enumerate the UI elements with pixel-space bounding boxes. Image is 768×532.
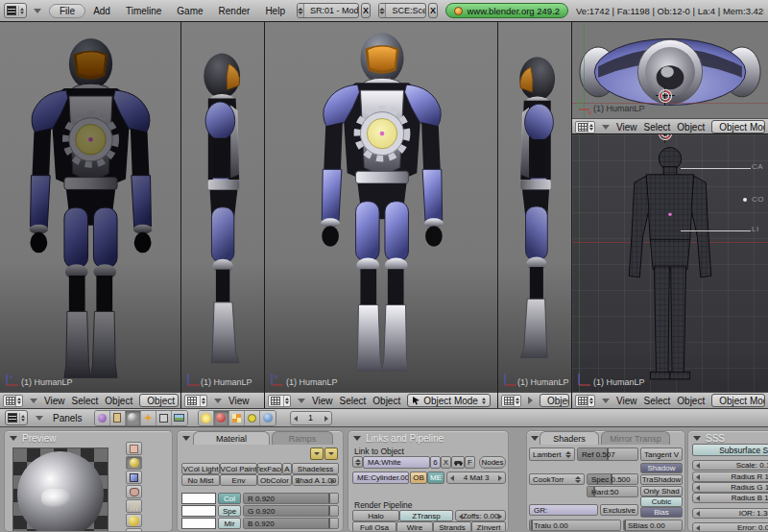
viewport-side-right[interactable]: (1) HumanLP Object Mode xyxy=(498,22,572,408)
menu-add[interactable]: Add xyxy=(85,6,118,16)
view-menu[interactable]: View xyxy=(312,396,333,406)
radiosity-buttons-button[interactable] xyxy=(245,411,260,425)
object-menu[interactable]: Object xyxy=(372,396,400,406)
texface-toggle[interactable]: TexFace xyxy=(257,463,282,474)
shading-context-button[interactable] xyxy=(126,411,141,425)
blender-org-button[interactable]: www.blender.org 249.2 xyxy=(445,3,568,18)
specular-color-swatch[interactable] xyxy=(181,505,216,517)
trashadow-toggle[interactable]: TraShadow xyxy=(640,474,683,485)
viewport-type-button[interactable] xyxy=(575,121,595,133)
sss-scale-spinner[interactable]: Scale: 0.100 xyxy=(692,460,768,471)
me-toggle[interactable]: ME xyxy=(427,472,444,484)
menu-file[interactable]: File xyxy=(49,4,85,18)
world-buttons-button[interactable] xyxy=(260,411,276,425)
vcol-light-toggle[interactable]: VCol Light xyxy=(181,463,220,474)
sss-radius-b-spinner[interactable]: Radius B 1.000 xyxy=(692,493,768,503)
viewport-wireframe[interactable]: CA CO LI (1) HumanLP View Select Object … xyxy=(572,134,768,408)
scene-delete-button[interactable]: X xyxy=(428,3,439,18)
preview-monkey-button[interactable] xyxy=(126,485,142,498)
mode-dropdown[interactable]: Object Mode xyxy=(407,394,491,407)
ob-toggle[interactable]: OB xyxy=(410,472,427,484)
sss-error-spinner[interactable]: Error: 0.050 xyxy=(692,522,768,532)
diffuse-color-swatch[interactable] xyxy=(181,493,216,504)
editing-context-button[interactable] xyxy=(156,411,172,425)
g-slider[interactable]: G 0.920 xyxy=(243,505,339,517)
object-menu[interactable]: Object xyxy=(677,122,705,133)
a-toggle[interactable]: A xyxy=(282,463,292,474)
view-menu[interactable]: View xyxy=(44,396,65,406)
viewport-type-button[interactable] xyxy=(3,395,23,407)
menu-help[interactable]: Help xyxy=(257,6,293,16)
preview-sphere-button[interactable] xyxy=(126,456,142,470)
sss-radius-r-spinner[interactable]: Radius R 1.000 xyxy=(692,472,768,482)
material-browse-button[interactable] xyxy=(352,456,363,468)
preview-cube-button[interactable] xyxy=(126,471,142,484)
viewport-type-button[interactable] xyxy=(501,395,521,407)
menu-game[interactable]: Game xyxy=(169,6,210,16)
preview-panel-header[interactable]: Preview xyxy=(5,431,172,445)
collapse-header-icon[interactable] xyxy=(602,125,610,130)
tralu-slider[interactable]: Tralu 0.00 xyxy=(529,520,621,531)
sss-panel-header[interactable]: SSS xyxy=(688,431,768,445)
mesh-name-field[interactable]: ME:Cylinder.002 xyxy=(352,472,409,484)
tab-mirror-transp[interactable]: Mirror Transp xyxy=(601,431,670,445)
mir-button[interactable]: Mir xyxy=(218,518,241,529)
spec-slider[interactable]: Spec 0.500 xyxy=(587,473,638,485)
material-name-field[interactable]: MA:White xyxy=(363,456,430,469)
obcolor-toggle[interactable]: ObColor xyxy=(257,474,292,486)
exclusive-toggle[interactable]: Exclusive xyxy=(600,504,638,516)
collapse-header-icon[interactable] xyxy=(298,399,305,403)
links-panel-header[interactable]: Links and Pipeline xyxy=(348,431,508,445)
collapse-header-icon[interactable] xyxy=(30,399,37,403)
tangent-v-toggle[interactable]: Tangent V xyxy=(640,447,683,461)
sss-radius-g-spinner[interactable]: Radius G 1.000 xyxy=(692,482,768,493)
diffuse-shader-dropdown[interactable]: Lambert xyxy=(529,447,575,461)
shad-a-slider[interactable]: Shad A 1.00 xyxy=(292,474,339,486)
mirror-color-swatch[interactable] xyxy=(181,518,216,529)
view-menu[interactable]: View xyxy=(616,122,637,133)
nodes-button[interactable]: Nodes xyxy=(479,456,506,469)
viewport-type-button[interactable] xyxy=(575,395,595,407)
fake-user-button[interactable]: F xyxy=(465,456,475,469)
select-menu[interactable]: Select xyxy=(340,396,367,406)
viewport-type-button[interactable] xyxy=(184,395,207,407)
preview-sky-button[interactable] xyxy=(126,514,142,527)
only-shadow-toggle[interactable]: Only Shad xyxy=(640,486,683,496)
auto-name-button[interactable] xyxy=(451,456,465,469)
halo-toggle[interactable]: Halo xyxy=(352,510,399,521)
vcol-paint-toggle[interactable]: VCol Paint xyxy=(220,463,257,474)
col-button[interactable]: Col xyxy=(218,493,241,504)
buttons-page-spinner[interactable]: 1 xyxy=(290,411,332,425)
material-buttons-button[interactable] xyxy=(214,411,229,425)
env-toggle[interactable]: Env xyxy=(220,474,257,486)
sss-ior-spinner[interactable]: IOR: 1.300 xyxy=(692,508,768,519)
material-users-button[interactable]: 6 xyxy=(430,456,441,469)
texture-buttons-button[interactable] xyxy=(229,411,245,425)
zinvert-toggle[interactable]: ZInvert xyxy=(471,521,506,532)
collapse-header-icon[interactable] xyxy=(214,399,222,403)
script-context-button[interactable] xyxy=(110,411,126,425)
screen-selector[interactable]: SR:01 - Modeling xyxy=(297,3,359,18)
full-osa-toggle[interactable]: Full Osa xyxy=(352,521,396,532)
b-slider[interactable]: B 0.920 xyxy=(243,518,339,529)
ref-slider[interactable]: Ref 0.507 xyxy=(577,447,638,461)
mode-dropdown[interactable]: Object Mode xyxy=(139,394,179,407)
view-menu[interactable]: View xyxy=(228,396,250,406)
viewport-side-left[interactable]: (1) HumanLP View xyxy=(181,22,265,408)
paste-material-button[interactable] xyxy=(324,447,338,460)
sbias-slider[interactable]: SBias 0.00 xyxy=(623,520,683,531)
light-group-field[interactable]: GR: xyxy=(529,504,598,516)
window-type-button[interactable] xyxy=(4,3,27,18)
tab-shaders[interactable]: Shaders xyxy=(540,431,599,445)
mode-dropdown[interactable]: Object Mode xyxy=(711,394,765,407)
collapse-panel-icon[interactable] xyxy=(531,436,539,441)
viewport-front-main[interactable]: z (1) HumanLP View Select Object Object … xyxy=(265,22,498,408)
preview-extra-button[interactable] xyxy=(126,528,142,532)
select-menu[interactable]: Select xyxy=(644,122,671,133)
collapse-panel-icon[interactable] xyxy=(182,436,190,441)
scene-context-button[interactable] xyxy=(172,411,187,425)
wire-toggle[interactable]: Wire xyxy=(396,521,433,532)
unlink-material-button[interactable]: X xyxy=(441,456,451,469)
spe-button[interactable]: Spe xyxy=(218,505,241,517)
menu-render[interactable]: Render xyxy=(211,6,258,16)
